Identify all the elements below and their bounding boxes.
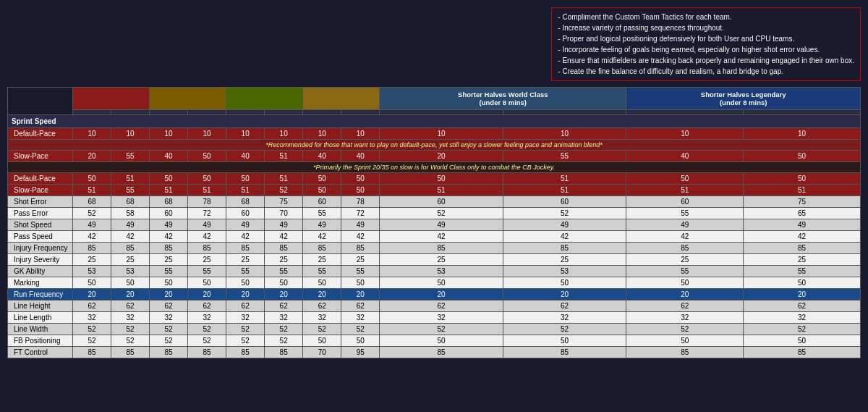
cell-value: 10 xyxy=(341,128,380,140)
cell-value: 55 xyxy=(503,151,626,162)
th-shorter-legendary: Shorter Halves Legendary(under 8 mins) xyxy=(626,88,861,110)
cell-value: 85 xyxy=(265,243,303,254)
data-row: Shot Speed494949494949494949494949 xyxy=(8,219,861,231)
cell-value: 20 xyxy=(341,289,380,300)
cell-value: 50 xyxy=(380,173,503,185)
cell-value: 20 xyxy=(73,151,111,162)
cell-value: 49 xyxy=(626,219,744,231)
cell-value: 20 xyxy=(226,289,265,300)
th-shorter-world: Shorter Halves World Class(under 8 mins) xyxy=(380,88,626,110)
cell-value: 50 xyxy=(303,277,341,289)
data-row: Run Frequency202020202020202020202020 xyxy=(8,289,861,300)
cell-value: 10 xyxy=(265,128,303,140)
cell-value: 60 xyxy=(503,196,626,208)
cell-value: 78 xyxy=(341,196,380,208)
th-wc-user xyxy=(73,110,111,115)
data-row: FT Control858585858585709585858585 xyxy=(8,347,861,358)
cell-value: 85 xyxy=(226,243,265,254)
cell-value: 50 xyxy=(73,173,111,185)
cell-value: 49 xyxy=(73,219,111,231)
cell-value: 51 xyxy=(265,151,303,162)
note-row: *Recommended for those that want to play… xyxy=(8,140,861,151)
cell-value: 49 xyxy=(380,219,503,231)
th-sl-user xyxy=(626,110,744,115)
cell-value: 42 xyxy=(111,231,150,243)
note2-text: *Primarily the Sprint 20/35 on slow is f… xyxy=(8,162,861,173)
row-label: FB Positioning xyxy=(8,335,73,347)
notes-box: - Compliment the Custom Team Tactics for… xyxy=(551,7,861,81)
cell-value: 62 xyxy=(744,300,861,312)
cell-value: 85 xyxy=(380,243,503,254)
cell-value: 53 xyxy=(111,266,150,277)
cell-value: 42 xyxy=(744,231,861,243)
cell-value: 32 xyxy=(303,312,341,324)
note-text: *Recommended for those that want to play… xyxy=(8,140,861,151)
cell-value: 20 xyxy=(744,289,861,300)
data-row: GK Ability535355555555555553535555 xyxy=(8,266,861,277)
cell-value: 52 xyxy=(226,335,265,347)
cell-value: 32 xyxy=(341,312,380,324)
row-label: Injury Frequency xyxy=(8,243,73,254)
cell-value: 50 xyxy=(226,277,265,289)
cell-value: 32 xyxy=(73,312,111,324)
cell-value: 50 xyxy=(303,185,341,196)
row-label: GK Ability xyxy=(8,266,73,277)
sub-header-row xyxy=(8,110,861,115)
cell-value: 55 xyxy=(188,266,226,277)
cell-value: 49 xyxy=(111,219,150,231)
cell-value: 10 xyxy=(111,128,150,140)
cell-value: 52 xyxy=(111,324,150,335)
row-label: Line Length xyxy=(8,312,73,324)
cell-value: 42 xyxy=(503,231,626,243)
cell-value: 49 xyxy=(188,219,226,231)
cell-value: 50 xyxy=(303,173,341,185)
cell-value: 55 xyxy=(626,208,744,219)
cell-value: 52 xyxy=(503,208,626,219)
cell-value: 52 xyxy=(73,208,111,219)
cell-value: 72 xyxy=(188,208,226,219)
row-label: Shot Error xyxy=(8,196,73,208)
cell-value: 51 xyxy=(188,185,226,196)
cell-value: 68 xyxy=(111,196,150,208)
cell-value: 50 xyxy=(380,335,503,347)
cell-value: 42 xyxy=(341,231,380,243)
cell-value: 55 xyxy=(744,266,861,277)
cell-value: 20 xyxy=(626,289,744,300)
cell-value: 50 xyxy=(626,335,744,347)
cell-value: 25 xyxy=(188,254,226,266)
cell-value: 62 xyxy=(303,300,341,312)
cell-value: 25 xyxy=(73,254,111,266)
col-header-row: Shorter Halves World Class(under 8 mins)… xyxy=(8,88,861,110)
row-label: Pass Speed xyxy=(8,231,73,243)
cell-value: 10 xyxy=(626,128,744,140)
cell-value: 52 xyxy=(341,324,380,335)
cell-value: 85 xyxy=(111,243,150,254)
cell-value: 52 xyxy=(265,335,303,347)
th-legendary xyxy=(150,88,226,110)
section-label: Sprint Speed xyxy=(8,115,861,128)
cell-value: 49 xyxy=(303,219,341,231)
row-label: Marking xyxy=(8,277,73,289)
cell-value: 50 xyxy=(150,277,188,289)
cell-value: 32 xyxy=(503,312,626,324)
cell-value: 85 xyxy=(380,347,503,358)
note-line-1: - Compliment the Custom Team Tactics for… xyxy=(558,13,731,21)
cell-value: 55 xyxy=(265,266,303,277)
cell-value: 60 xyxy=(380,196,503,208)
cell-value: 95 xyxy=(341,347,380,358)
cell-value: 20 xyxy=(380,151,503,162)
cell-value: 51 xyxy=(626,185,744,196)
cell-value: 25 xyxy=(626,254,744,266)
cell-value: 50 xyxy=(744,335,861,347)
cell-value: 49 xyxy=(150,219,188,231)
cell-value: 62 xyxy=(188,300,226,312)
cell-value: 78 xyxy=(188,196,226,208)
cell-value: 20 xyxy=(188,289,226,300)
row-label: Slow-Pace xyxy=(8,151,73,162)
cell-value: 51 xyxy=(503,185,626,196)
cell-value: 68 xyxy=(73,196,111,208)
note2-row: *Primarily the Sprint 20/35 on slow is f… xyxy=(8,162,861,173)
cell-value: 55 xyxy=(341,266,380,277)
cell-value: 52 xyxy=(303,324,341,335)
cell-value: 50 xyxy=(380,277,503,289)
